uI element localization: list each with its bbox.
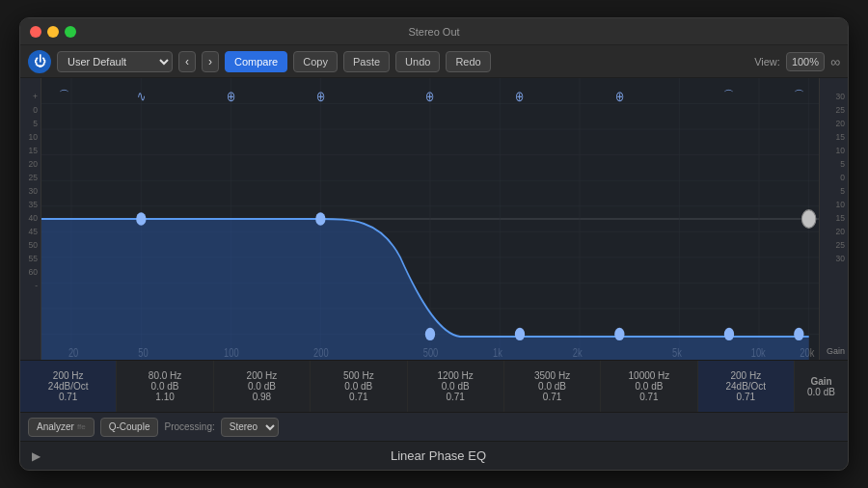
view-label: View: (754, 56, 780, 68)
svg-text:⊕: ⊕ (425, 89, 435, 105)
band-cell-8[interactable]: 200 Hz 24dB/Oct 0.71 (698, 361, 795, 412)
scale-minus: - (35, 279, 38, 292)
title-bar: Stereo Out (20, 18, 848, 45)
band3-q: 0.98 (253, 392, 271, 402)
band7-gain: 0.0 dB (635, 381, 663, 392)
gain-scale-right: 30 25 20 15 10 5 0 5 10 15 20 25 30 Gain (819, 78, 848, 360)
band6-q: 0.71 (543, 392, 561, 402)
view-value[interactable]: 100% (786, 52, 825, 71)
plugin-window: Stereo Out ⏻ User Default ‹ › Compare Co… (19, 17, 849, 471)
gain-label-right: Gain (827, 344, 845, 358)
band-cell-7[interactable]: 10000 Hz 0.0 dB 0.71 (601, 361, 697, 412)
band8-freq: 200 Hz (730, 370, 761, 381)
band7-freq: 10000 Hz (629, 370, 670, 381)
band-cell-1[interactable]: 200 Hz 24dB/Oct 0.71 (20, 361, 117, 412)
svg-text:⊕: ⊕ (227, 89, 236, 105)
rscale-25: 25 (836, 103, 845, 117)
band3-freq: 200 Hz (247, 370, 278, 381)
bottom-bar: Analyzer ffe Q-Couple Processing: Stereo (20, 412, 848, 441)
rscale-0: 0 (840, 171, 845, 184)
band5-freq: 1200 Hz (438, 370, 474, 381)
rscale-10b: 10 (836, 198, 845, 211)
scale-20: 20 (29, 157, 38, 171)
band8-gain: 24dB/Oct (725, 381, 766, 392)
svg-point-35 (515, 328, 525, 340)
paste-button[interactable]: Paste (343, 51, 390, 72)
scale-5: 5 (33, 117, 38, 130)
svg-point-48 (801, 210, 815, 229)
svg-text:⌒: ⌒ (794, 89, 804, 105)
processing-label: Processing: (164, 421, 214, 432)
band4-gain: 0.0 dB (344, 381, 372, 392)
analyzer-suffix: ffe (77, 422, 86, 431)
gain-info-cell: Gain 0.0 dB (795, 361, 848, 412)
maximize-button[interactable] (65, 26, 76, 38)
band4-freq: 500 Hz (343, 370, 374, 381)
band1-q: 0.71 (59, 392, 77, 402)
scale-55: 55 (29, 252, 38, 265)
scale-plus: + (33, 90, 38, 103)
band-cell-2[interactable]: 80.0 Hz 0.0 dB 1.10 (117, 361, 213, 412)
band4-q: 0.71 (349, 392, 367, 402)
rscale-5b: 5 (840, 184, 845, 198)
compare-button[interactable]: Compare (225, 51, 287, 72)
band2-freq: 80.0 Hz (149, 370, 181, 381)
scale-40: 40 (29, 211, 38, 225)
copy-button[interactable]: Copy (293, 51, 338, 72)
band5-q: 0.71 (446, 392, 464, 402)
traffic-lights (30, 26, 76, 38)
close-button[interactable] (30, 26, 41, 38)
svg-point-32 (136, 212, 146, 225)
scale-0: 0 (33, 103, 38, 117)
scale-15: 15 (29, 144, 38, 157)
gain-cell-value: 0.0 dB (807, 387, 835, 397)
scale-10: 10 (29, 130, 38, 144)
analyzer-button[interactable]: Analyzer ffe (28, 418, 95, 437)
undo-button[interactable]: Undo (395, 51, 440, 72)
processing-select[interactable]: Stereo (221, 418, 279, 437)
svg-text:⊕: ⊕ (515, 89, 525, 105)
plugin-title: Linear Phase EQ (41, 448, 836, 463)
gain-cell-label: Gain (810, 376, 831, 387)
nav-forward-button[interactable]: › (202, 51, 219, 72)
scale-25: 25 (29, 171, 38, 184)
redo-button[interactable]: Redo (446, 51, 490, 72)
scale-45: 45 (29, 225, 38, 238)
rscale-30b: 30 (836, 252, 845, 265)
minimize-button[interactable] (47, 26, 59, 38)
rscale-20b: 20 (836, 225, 845, 238)
band1-freq: 200 Hz (53, 370, 84, 381)
rscale-15: 15 (836, 130, 845, 144)
eq-svg: 20 50 100 200 500 1k 2k 5k 10k 20k (41, 78, 819, 360)
band8-q: 0.71 (737, 392, 755, 402)
scale-60: 60 (29, 265, 38, 279)
band1-gain: 24dB/Oct (48, 381, 89, 392)
nav-back-button[interactable]: ‹ (178, 51, 196, 72)
svg-text:⊕: ⊕ (316, 89, 326, 105)
rscale-25b: 25 (836, 238, 845, 252)
svg-point-38 (794, 328, 803, 340)
play-button[interactable]: ▶ (32, 449, 41, 463)
scale-35: 35 (29, 198, 38, 211)
power-button[interactable]: ⏻ (28, 50, 51, 73)
band-cell-3[interactable]: 200 Hz 0.0 dB 0.98 (214, 361, 311, 412)
band-info-bar: 200 Hz 24dB/Oct 0.71 80.0 Hz 0.0 dB 1.10… (20, 360, 848, 412)
band3-gain: 0.0 dB (248, 381, 276, 392)
window-title: Stereo Out (408, 26, 459, 38)
scale-50: 50 (29, 238, 38, 252)
band-cell-5[interactable]: 1200 Hz 0.0 dB 0.71 (408, 361, 504, 412)
svg-text:∿: ∿ (137, 89, 147, 105)
svg-point-37 (724, 328, 734, 340)
link-icon[interactable]: ∞ (830, 54, 840, 69)
preset-select[interactable]: User Default (57, 51, 173, 72)
band7-q: 0.71 (639, 392, 658, 402)
band-cell-4[interactable]: 500 Hz 0.0 dB 0.71 (311, 361, 407, 412)
rscale-10: 10 (836, 144, 845, 157)
eq-container: + 0 5 10 15 20 25 30 35 40 45 50 55 60 - (20, 78, 848, 360)
q-couple-button[interactable]: Q-Couple (100, 418, 159, 437)
svg-point-34 (425, 328, 435, 340)
gain-scale-left: + 0 5 10 15 20 25 30 35 40 45 50 55 60 - (20, 78, 41, 360)
eq-plot[interactable]: 20 50 100 200 500 1k 2k 5k 10k 20k (41, 78, 819, 360)
rscale-15b: 15 (836, 211, 845, 225)
band-cell-6[interactable]: 3500 Hz 0.0 dB 0.71 (504, 361, 601, 412)
